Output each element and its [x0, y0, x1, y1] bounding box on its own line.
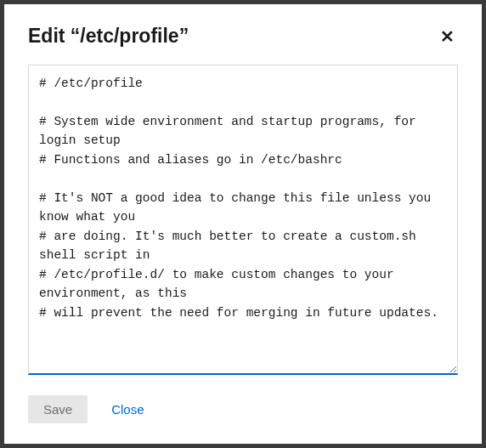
file-content-editor[interactable] — [28, 65, 458, 375]
save-button[interactable]: Save — [28, 395, 88, 423]
close-button[interactable]: Close — [108, 395, 147, 423]
modal-title: Edit “/etc/profile” — [28, 25, 189, 48]
edit-file-modal: Edit “/etc/profile” ✕ Save Close — [4, 4, 482, 444]
modal-header: Edit “/etc/profile” ✕ — [28, 25, 458, 48]
close-icon[interactable]: ✕ — [437, 28, 458, 45]
modal-footer: Save Close — [28, 395, 458, 423]
